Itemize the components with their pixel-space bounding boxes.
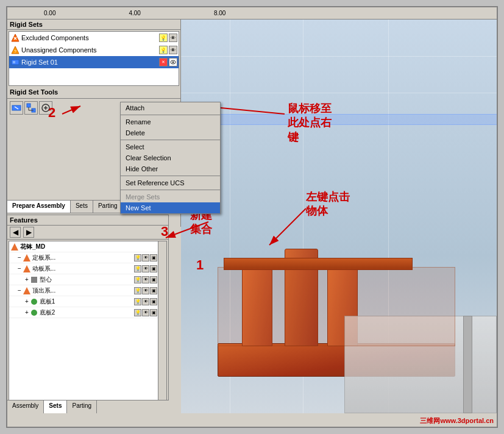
ctrl-bulb-2[interactable]: 💡: [134, 265, 141, 272]
svg-text:?: ?: [14, 49, 16, 54]
app-frame: 0.00 4.00 8.00 Rigid Sets Excluded Compo…: [6, 6, 498, 428]
diban1-plus: +: [25, 298, 29, 305]
feat-label-dongban: 动板系...: [32, 265, 55, 273]
menu-hide-other[interactable]: Hide Other: [121, 163, 220, 174]
diban2-plus: +: [25, 309, 29, 316]
feat-icon-dingban: [23, 254, 31, 262]
feat-icon-dongban: [23, 265, 31, 273]
nav-forward[interactable]: ▶: [23, 227, 34, 238]
tab-parting-bottom[interactable]: Parting: [67, 400, 97, 413]
dingban-minus: −: [18, 254, 21, 261]
ctrl-bulb-3[interactable]: 💡: [134, 276, 141, 283]
feat-label-root: 花钵_MD: [20, 243, 45, 251]
ctrl-show-4[interactable]: ▣: [150, 287, 157, 294]
rs-tool-2[interactable]: [24, 101, 38, 115]
rigidset01-label: Rigid Set 01: [21, 59, 58, 66]
excluded-bulb[interactable]: 💡: [159, 34, 168, 42]
excluded-controls: 💡 👁: [159, 34, 177, 42]
annotation-mouse-right: 鼠标移至此处点右键: [288, 102, 332, 144]
ctrl-bulb-4[interactable]: 💡: [134, 287, 141, 294]
number-3: 3: [161, 224, 168, 240]
rigid-sets-tree: Excluded Components 💡 👁 ? Unassigned Com…: [9, 31, 179, 86]
rigidset01-close[interactable]: ✕: [159, 58, 168, 66]
tree-row-unassigned[interactable]: ? Unassigned Components 💡 👁: [9, 44, 179, 56]
ctrl-eye-5[interactable]: 👁: [142, 298, 149, 305]
unassigned-icon: ?: [10, 45, 20, 55]
context-menu: Attach Rename Delete Select Clear Select…: [120, 102, 221, 214]
unassigned-controls: 💡 👁: [159, 46, 177, 54]
features-panel: Features ◀ ▶ 花钵_MD − 定板系...: [7, 215, 169, 413]
rs-tool-1[interactable]: [10, 101, 23, 115]
feat-row-root[interactable]: 花钵_MD: [9, 241, 166, 252]
feat-row-dongban[interactable]: − 动板系... 💡 👁 ▣ ↔: [9, 263, 166, 274]
number-2: 2: [48, 105, 55, 121]
feat-icon-dingchu: [23, 286, 31, 295]
menu-sep2: [121, 140, 220, 140]
feat-row-diban1[interactable]: + 底板1 💡 👁 ▣ ↔: [9, 296, 166, 307]
dingchu-minus: −: [18, 287, 21, 294]
highlight-band: [181, 114, 497, 125]
tab-sets-bottom[interactable]: Sets: [44, 400, 67, 413]
svg-marker-19: [23, 254, 30, 261]
feat-row-dingban[interactable]: − 定板系... 💡 👁 ▣ ↔: [9, 252, 166, 263]
grid-h1: [181, 56, 497, 57]
ctrl-show-5[interactable]: ▣: [150, 298, 157, 305]
menu-select[interactable]: Select: [121, 141, 220, 152]
menu-set-ref-ucs[interactable]: Set Reference UCS: [121, 177, 220, 188]
feat-icon-diban2: [30, 308, 38, 317]
ctrl-eye-2[interactable]: 👁: [142, 265, 149, 272]
ctrl-bulb-1[interactable]: 💡: [134, 254, 141, 261]
ctrl-eye-4[interactable]: 👁: [142, 287, 149, 294]
ctrl-eye-1[interactable]: 👁: [142, 254, 149, 261]
excluded-icon: [10, 33, 20, 43]
unassigned-eye[interactable]: 👁: [169, 46, 177, 54]
ruler-mark-8: 8.00: [214, 10, 225, 16]
ruler-mark-0: 0.00: [44, 10, 55, 16]
tab-sets[interactable]: Sets: [71, 201, 93, 213]
menu-sep4: [121, 190, 220, 190]
feat-row-diban2[interactable]: + 底板2 💡 👁 ▣ ↔: [9, 307, 166, 318]
excluded-eye[interactable]: 👁: [169, 34, 177, 42]
feat-label-xingxin: 型心: [40, 276, 52, 284]
features-tab-bar: Assembly Sets Parting: [7, 400, 169, 413]
rigidset-icon: [10, 57, 20, 67]
features-nav: ◀ ▶: [7, 226, 168, 240]
tree-row-rigidset01[interactable]: Rigid Set 01 ✕: [9, 56, 179, 68]
menu-rename[interactable]: Rename: [121, 116, 220, 127]
rs-tools-title: Rigid Set Tools: [7, 87, 180, 97]
rigidset01-eye[interactable]: [169, 58, 177, 66]
unassigned-bulb[interactable]: 💡: [159, 46, 168, 54]
ctrl-eye-6[interactable]: 👁: [142, 309, 149, 316]
ctrl-bulb-5[interactable]: 💡: [134, 298, 141, 305]
feat-label-diban2: 底板2: [40, 308, 55, 317]
tab-parting-top[interactable]: Parting: [93, 201, 123, 213]
ruler-mark-4: 4.00: [129, 10, 140, 16]
svg-point-8: [172, 62, 174, 63]
svg-rect-11: [27, 104, 30, 107]
features-tree: 花钵_MD − 定板系... 💡 👁 ▣ ↔ −: [9, 241, 167, 405]
ctrl-show-3[interactable]: ▣: [150, 276, 157, 283]
feat-label-dingban: 定板系...: [32, 254, 55, 262]
menu-delete[interactable]: Delete: [121, 127, 220, 138]
nav-back[interactable]: ◀: [10, 227, 21, 238]
menu-sep1: [121, 115, 220, 115]
feat-row-xingxin[interactable]: + 型心 💡 👁 ▣ ↔: [9, 274, 166, 285]
tree-row-excluded[interactable]: Excluded Components 💡 👁: [9, 32, 179, 44]
ctrl-show-1[interactable]: ▣: [150, 254, 157, 261]
unassigned-label: Unassigned Components: [21, 46, 97, 54]
ctrl-show-6[interactable]: ▣: [150, 309, 157, 316]
front-face: [218, 267, 455, 346]
menu-new-set[interactable]: New Set: [121, 202, 220, 213]
features-scrollbar[interactable]: [158, 241, 166, 405]
ctrl-show-2[interactable]: ▣: [150, 265, 157, 272]
ctrl-bulb-6[interactable]: 💡: [134, 309, 141, 316]
feat-row-dingchu[interactable]: − 顶出系... 💡 👁 ▣ ↔: [9, 285, 166, 296]
rigidset01-controls: ✕: [159, 58, 177, 66]
ctrl-eye-3[interactable]: 👁: [142, 276, 149, 283]
grid-h2: [181, 93, 497, 93]
svg-rect-6: [13, 61, 15, 63]
tab-prepare-assembly[interactable]: Prepare Assembly: [7, 201, 71, 213]
menu-clear-selection[interactable]: Clear Selection: [121, 152, 220, 163]
menu-attach[interactable]: Attach: [121, 102, 220, 113]
tab-assembly[interactable]: Assembly: [7, 400, 44, 413]
